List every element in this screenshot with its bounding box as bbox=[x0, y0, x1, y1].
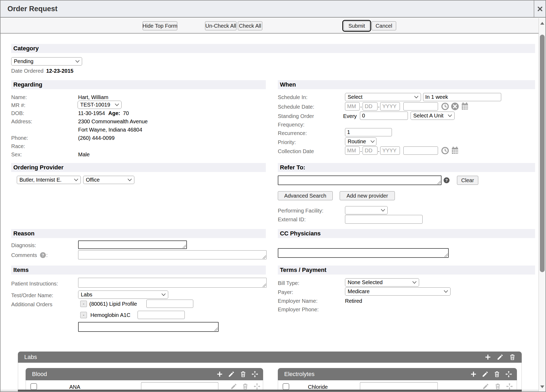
cancel-button[interactable]: Cancel bbox=[372, 21, 396, 30]
edit-icon[interactable] bbox=[497, 354, 504, 361]
patient-instructions-textarea[interactable] bbox=[78, 278, 267, 288]
schedule-date-mm-input[interactable]: MM bbox=[345, 102, 360, 111]
order-item-input[interactable] bbox=[146, 300, 193, 308]
when-header-label: When bbox=[280, 81, 296, 88]
unit-select[interactable]: Select A Unit bbox=[411, 112, 455, 120]
provider-select[interactable]: Butler, Internist E. bbox=[17, 176, 81, 184]
delete-icon[interactable] bbox=[493, 371, 500, 378]
cc-physicians-input[interactable] bbox=[278, 248, 449, 258]
add-icon[interactable] bbox=[470, 371, 477, 378]
ordering-provider-header: Ordering Provider bbox=[11, 163, 266, 172]
uncheck-all-button[interactable]: Un-Check All bbox=[205, 21, 236, 30]
add-icon[interactable] bbox=[216, 371, 223, 378]
clock-icon[interactable] bbox=[441, 102, 449, 111]
collection-date-mm-input[interactable]: MM bbox=[345, 146, 360, 155]
collection-date-yyyy-input[interactable]: YYYY bbox=[380, 146, 400, 155]
move-icon[interactable] bbox=[505, 371, 512, 378]
schedule-in-input-value: In 1 week bbox=[425, 94, 448, 100]
schedule-date-dd-input[interactable]: DD bbox=[363, 102, 378, 111]
collection-date-time-input[interactable] bbox=[403, 146, 438, 155]
move-icon[interactable] bbox=[251, 371, 258, 378]
category-select-value: Pending bbox=[14, 58, 33, 64]
clear-date-icon[interactable] bbox=[451, 102, 459, 111]
scroll-down-icon[interactable] bbox=[539, 383, 545, 390]
lab-item-input[interactable] bbox=[141, 382, 218, 390]
delete-icon[interactable] bbox=[494, 383, 501, 390]
chevron-down-icon bbox=[444, 290, 448, 293]
remove-order-button[interactable]: - bbox=[80, 301, 87, 307]
every-input[interactable]: 0 bbox=[360, 112, 408, 120]
schedule-date-yyyy-input[interactable]: YYYY bbox=[380, 102, 400, 111]
move-icon[interactable] bbox=[254, 383, 260, 390]
priority-select[interactable]: Routine bbox=[345, 137, 376, 146]
move-icon[interactable] bbox=[506, 383, 513, 390]
refer-to-input[interactable] bbox=[278, 175, 441, 185]
date-ordered-row: Date Ordered 12-23-2015 bbox=[11, 67, 73, 74]
lab-checkbox[interactable] bbox=[30, 383, 37, 390]
category-select[interactable]: Pending bbox=[11, 57, 82, 66]
electrolytes-group-actions bbox=[470, 371, 517, 378]
submit-button[interactable]: Submit bbox=[344, 21, 370, 30]
delete-icon[interactable] bbox=[509, 354, 516, 361]
vertical-scrollbar[interactable] bbox=[539, 18, 545, 392]
scroll-up-icon[interactable] bbox=[539, 20, 545, 27]
provider-location-select[interactable]: Office bbox=[83, 176, 134, 184]
electrolytes-group-title: Electrolytes bbox=[284, 371, 315, 378]
chevron-down-icon bbox=[127, 178, 132, 181]
schedule-in-input[interactable]: In 1 week bbox=[423, 93, 501, 101]
priority-label: Priority: bbox=[278, 139, 296, 145]
recurrence-input[interactable]: 1 bbox=[345, 128, 392, 136]
performing-facility-select[interactable] bbox=[345, 206, 388, 214]
edit-icon[interactable] bbox=[482, 371, 489, 378]
check-all-button[interactable]: Check All bbox=[238, 21, 262, 30]
external-id-input[interactable] bbox=[345, 215, 423, 224]
advanced-search-button[interactable]: Advanced Search bbox=[278, 191, 333, 200]
clock-icon[interactable] bbox=[441, 146, 449, 155]
blood-group-actions bbox=[216, 371, 263, 378]
comments-textarea[interactable] bbox=[78, 250, 267, 259]
add-new-provider-button[interactable]: Add new provider bbox=[340, 191, 395, 200]
schedule-date-label: Schedule Date: bbox=[278, 104, 314, 110]
lab-item-input[interactable] bbox=[360, 382, 438, 390]
add-icon[interactable] bbox=[484, 354, 491, 361]
scrollbar-thumb[interactable] bbox=[540, 35, 545, 272]
chevron-down-icon bbox=[412, 281, 417, 284]
lab-checkbox[interactable] bbox=[283, 383, 289, 390]
delete-icon[interactable] bbox=[240, 371, 247, 378]
reason-header: Reason bbox=[11, 229, 266, 238]
edit-icon[interactable] bbox=[482, 383, 489, 390]
phone-label: Phone: bbox=[11, 135, 28, 141]
order-item-input[interactable] bbox=[138, 311, 185, 319]
yyyy-placeholder: YYYY bbox=[382, 148, 396, 154]
edit-icon[interactable] bbox=[228, 371, 235, 378]
help-icon[interactable] bbox=[443, 177, 450, 183]
minus-label: - bbox=[83, 312, 85, 318]
additional-orders-textarea[interactable] bbox=[78, 322, 219, 332]
remove-order-button[interactable]: - bbox=[80, 312, 87, 318]
schedule-in-select[interactable]: Select bbox=[345, 93, 421, 101]
calendar-icon[interactable] bbox=[451, 146, 459, 154]
diagnosis-label: Diagnosis: bbox=[11, 242, 36, 248]
delete-icon[interactable] bbox=[242, 383, 249, 390]
schedule-date-time-input[interactable] bbox=[403, 102, 438, 111]
terms-payment-header-label: Terms / Payment bbox=[280, 267, 326, 273]
hide-top-form-button[interactable]: Hide Top Form bbox=[143, 21, 177, 30]
reason-header-label: Reason bbox=[13, 230, 34, 237]
test-order-select[interactable]: Labs bbox=[78, 291, 168, 299]
order-item-label: Hemoglobin A1C bbox=[90, 312, 130, 318]
edit-icon[interactable] bbox=[230, 383, 237, 390]
date-separator: - bbox=[378, 104, 380, 110]
minus-label: - bbox=[83, 301, 85, 307]
name-label: Name: bbox=[11, 94, 27, 100]
calendar-icon[interactable] bbox=[461, 102, 469, 110]
mr-select[interactable]: TEST-10019 bbox=[78, 101, 122, 109]
close-button[interactable] bbox=[534, 1, 545, 17]
payer-select[interactable]: Medicare bbox=[345, 287, 451, 296]
bill-type-select[interactable]: None Selected bbox=[345, 278, 419, 287]
help-icon[interactable] bbox=[40, 252, 46, 258]
collection-date-dd-input[interactable]: DD bbox=[363, 146, 378, 155]
regarding-header: Regarding bbox=[11, 80, 266, 89]
diagnosis-input[interactable] bbox=[78, 240, 187, 249]
clear-button[interactable]: Clear bbox=[457, 176, 478, 185]
address-line1: 2300 Commonwealth Avenue bbox=[78, 119, 148, 125]
